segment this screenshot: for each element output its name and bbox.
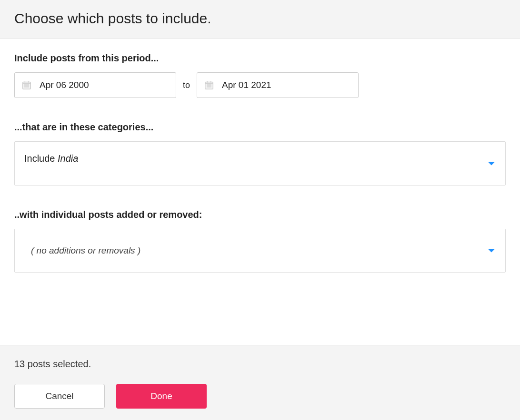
dialog-header: Choose which posts to include. — [0, 0, 520, 39]
categories-dropdown-text: Include India — [24, 153, 78, 164]
categories-value: India — [58, 153, 78, 164]
dialog-title: Choose which posts to include. — [14, 10, 506, 27]
from-date-input[interactable]: Apr 06 2000 — [14, 72, 176, 98]
to-label: to — [183, 80, 190, 90]
date-range-row: Apr 06 2000 to Apr 01 2021 — [14, 72, 506, 98]
cancel-button[interactable]: Cancel — [14, 384, 105, 409]
chevron-down-icon — [488, 162, 495, 165]
to-date-input[interactable]: Apr 01 2021 — [197, 72, 359, 98]
from-date-text: Apr 06 2000 — [40, 80, 89, 90]
chevron-down-icon — [488, 249, 495, 253]
dialog-content: Include posts from this period... Apr 06… — [0, 39, 520, 292]
to-date-text: Apr 01 2021 — [222, 80, 271, 90]
selection-status: 13 posts selected. — [14, 359, 506, 370]
individual-dropdown[interactable]: ( no additions or removals ) — [14, 229, 506, 273]
done-button[interactable]: Done — [116, 384, 207, 409]
individual-label: ..with individual posts added or removed… — [14, 209, 506, 220]
categories-label: ...that are in these categories... — [14, 122, 506, 133]
footer-buttons: Cancel Done — [14, 384, 506, 409]
period-label: Include posts from this period... — [14, 53, 506, 64]
categories-prefix: Include — [24, 153, 58, 164]
calendar-icon — [21, 80, 32, 90]
svg-rect-1 — [24, 84, 29, 88]
categories-dropdown[interactable]: Include India — [14, 141, 506, 186]
svg-rect-6 — [207, 84, 211, 88]
calendar-icon — [204, 80, 214, 90]
individual-dropdown-text: ( no additions or removals ) — [24, 245, 140, 255]
dialog-footer: 13 posts selected. Cancel Done — [0, 345, 520, 420]
